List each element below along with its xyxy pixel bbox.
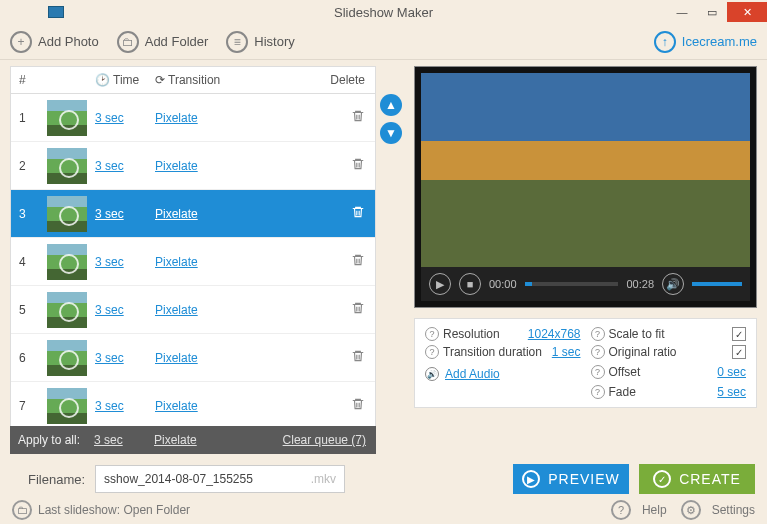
apply-transition-link[interactable]: Pixelate (154, 433, 197, 447)
slide-row[interactable]: 13 secPixelate (11, 94, 375, 142)
filename-bar: Filename: sshow_2014-08-07_155255 .mkv ▶… (0, 454, 767, 494)
transition-duration-value[interactable]: 1 sec (552, 345, 581, 359)
offset-value[interactable]: 0 sec (717, 365, 746, 379)
trash-icon[interactable] (351, 208, 365, 222)
slide-number: 1 (11, 111, 39, 125)
help-icon: ? (611, 500, 631, 520)
trash-icon[interactable] (351, 112, 365, 126)
slide-time-link[interactable]: 3 sec (95, 111, 124, 125)
slide-time-link[interactable]: 3 sec (95, 159, 124, 173)
help-button[interactable]: ? Help (611, 500, 667, 520)
slide-row[interactable]: 63 secPixelate (11, 334, 375, 382)
move-up-button[interactable]: ▲ (380, 94, 402, 116)
fade-value[interactable]: 5 sec (717, 385, 746, 399)
folder-icon[interactable]: 🗀 (12, 500, 32, 520)
history-icon: ≡ (226, 31, 248, 53)
slide-transition-link[interactable]: Pixelate (155, 303, 198, 317)
slide-time-link[interactable]: 3 sec (95, 207, 124, 221)
preview-image (421, 73, 750, 267)
plus-icon: + (10, 31, 32, 53)
add-audio-link[interactable]: Add Audio (445, 367, 500, 381)
help-icon[interactable]: ? (425, 327, 439, 341)
clear-queue-link[interactable]: Clear queue (7) (283, 433, 366, 447)
slides-header: # 🕑Time ⟳Transition Delete (10, 66, 376, 94)
slide-transition-link[interactable]: Pixelate (155, 207, 198, 221)
slide-thumbnail[interactable] (47, 148, 87, 184)
transition-duration-row: ? Transition duration 1 sec (425, 345, 581, 359)
slide-thumbnail[interactable] (47, 292, 87, 328)
move-down-button[interactable]: ▼ (380, 122, 402, 144)
app-icon (48, 6, 64, 18)
stop-button[interactable]: ■ (459, 273, 481, 295)
preview-button[interactable]: ▶ PREVIEW (513, 464, 629, 494)
add-folder-button[interactable]: 🗀 Add Folder (117, 31, 209, 53)
resolution-value[interactable]: 1024x768 (528, 327, 581, 341)
apply-time-link[interactable]: 3 sec (94, 433, 123, 447)
slide-number: 7 (11, 399, 39, 413)
slide-transition-link[interactable]: Pixelate (155, 351, 198, 365)
settings-button[interactable]: ⚙ Settings (681, 500, 755, 520)
filename-input[interactable]: sshow_2014-08-07_155255 .mkv (95, 465, 345, 493)
folder-icon: 🗀 (117, 31, 139, 53)
history-button[interactable]: ≡ History (226, 31, 294, 53)
slide-number: 4 (11, 255, 39, 269)
slide-row[interactable]: 43 secPixelate (11, 238, 375, 286)
add-photo-button[interactable]: + Add Photo (10, 31, 99, 53)
titlebar: Slideshow Maker — ▭ ✕ (0, 0, 767, 24)
slide-thumbnail[interactable] (47, 100, 87, 136)
seek-slider[interactable] (525, 282, 619, 286)
slide-thumbnail[interactable] (47, 388, 87, 424)
slide-number: 5 (11, 303, 39, 317)
close-button[interactable]: ✕ (727, 2, 767, 22)
slide-row[interactable]: 23 secPixelate (11, 142, 375, 190)
help-icon[interactable]: ? (425, 345, 439, 359)
check-icon: ✓ (653, 470, 671, 488)
slide-row[interactable]: 33 secPixelate (11, 190, 375, 238)
maximize-button[interactable]: ▭ (697, 2, 727, 22)
slide-row[interactable]: 53 secPixelate (11, 286, 375, 334)
trash-icon[interactable] (351, 400, 365, 414)
help-icon[interactable]: ? (591, 327, 605, 341)
slide-number: 2 (11, 159, 39, 173)
slide-number: 3 (11, 207, 39, 221)
help-icon[interactable]: ? (591, 365, 605, 379)
footer: 🗀 Last slideshow: Open Folder ? Help ⚙ S… (0, 494, 767, 524)
trash-icon[interactable] (351, 160, 365, 174)
add-audio-row: 🔊 Add Audio (425, 367, 581, 381)
minimize-button[interactable]: — (667, 2, 697, 22)
resolution-row: ? Resolution 1024x768 (425, 327, 581, 341)
last-slideshow-link[interactable]: Last slideshow: Open Folder (38, 503, 190, 517)
help-icon[interactable]: ? (591, 345, 605, 359)
slide-thumbnail[interactable] (47, 244, 87, 280)
settings-panel: ? Resolution 1024x768 ? Scale to fit ✓ ?… (414, 318, 757, 408)
slide-time-link[interactable]: 3 sec (95, 351, 124, 365)
player-controls: ▶ ■ 00:00 00:28 🔊 (421, 267, 750, 301)
slide-time-link[interactable]: 3 sec (95, 255, 124, 269)
offset-row: ? Offset 0 sec (591, 363, 747, 381)
slide-transition-link[interactable]: Pixelate (155, 399, 198, 413)
scale-to-fit-row: ? Scale to fit ✓ (591, 327, 747, 341)
trash-icon[interactable] (351, 352, 365, 366)
slide-time-link[interactable]: 3 sec (95, 303, 124, 317)
window-title: Slideshow Maker (334, 5, 433, 20)
slide-transition-link[interactable]: Pixelate (155, 255, 198, 269)
slide-time-link[interactable]: 3 sec (95, 399, 124, 413)
play-icon: ▶ (522, 470, 540, 488)
clock-icon: 🕑 (95, 73, 110, 87)
slide-thumbnail[interactable] (47, 196, 87, 232)
help-icon[interactable]: ? (591, 385, 605, 399)
play-button[interactable]: ▶ (429, 273, 451, 295)
volume-slider[interactable] (692, 282, 742, 286)
slides-list[interactable]: 13 secPixelate23 secPixelate33 secPixela… (10, 94, 376, 454)
slide-transition-link[interactable]: Pixelate (155, 111, 198, 125)
brand-link[interactable]: ↑ Icecream.me (654, 31, 757, 53)
trash-icon[interactable] (351, 304, 365, 318)
trash-icon[interactable] (351, 256, 365, 270)
original-ratio-checkbox[interactable]: ✓ (732, 345, 746, 359)
scale-checkbox[interactable]: ✓ (732, 327, 746, 341)
slide-row[interactable]: 73 secPixelate (11, 382, 375, 430)
slide-thumbnail[interactable] (47, 340, 87, 376)
create-button[interactable]: ✓ CREATE (639, 464, 755, 494)
slide-transition-link[interactable]: Pixelate (155, 159, 198, 173)
mute-button[interactable]: 🔊 (662, 273, 684, 295)
